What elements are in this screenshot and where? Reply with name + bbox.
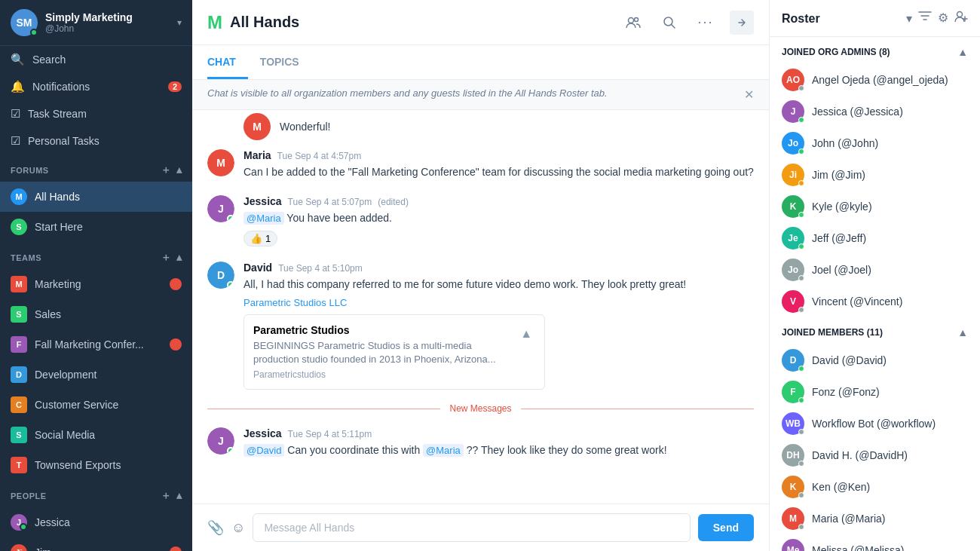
vincent-name: Vincent (@Vincent) xyxy=(812,295,902,308)
search-icon: 🔍 xyxy=(11,53,25,66)
david-msg-name[interactable]: David xyxy=(243,262,272,274)
jessica-new-msg-name[interactable]: Jessica xyxy=(243,427,282,439)
sidebar-item-fall-marketing[interactable]: F Fall Marketing Confer... xyxy=(0,329,192,360)
collapse-admins-button[interactable]: ▲ xyxy=(957,46,968,58)
sidebar-item-townsend[interactable]: T Townsend Exports xyxy=(0,450,192,480)
link-desc: BEGINNINGS Parametric Studios is a multi… xyxy=(253,339,517,366)
david-status-dot xyxy=(798,366,804,372)
tab-topics[interactable]: TOPICS xyxy=(260,45,311,79)
roster-settings-icon[interactable]: ⚙ xyxy=(938,11,948,26)
reaction-thumbsup[interactable]: 👍 1 xyxy=(243,231,277,246)
angel-name: Angel Ojeda (@angel_ojeda) xyxy=(812,74,948,86)
roster-dropdown[interactable]: Roster xyxy=(782,12,900,25)
sidebar-item-social-media[interactable]: S Social Media xyxy=(0,420,192,450)
members-section-title: JOINED MEMBERS (11) xyxy=(782,327,957,338)
people-section-header: PEOPLE ＋ ▴ xyxy=(0,480,192,507)
info-banner: Chat is visible to all organization memb… xyxy=(192,80,769,110)
jessica-david-mention[interactable]: @David xyxy=(243,444,284,457)
collapse-members-button[interactable]: ▲ xyxy=(957,326,968,338)
maria-roster-avatar: M xyxy=(782,507,804,530)
kyle-status-dot xyxy=(798,212,804,218)
customer-service-avatar: C xyxy=(11,396,27,413)
roster-member-davidh[interactable]: DH David H. (@DavidH) xyxy=(770,439,980,471)
david-roster-avatar: D xyxy=(782,349,804,372)
roster-dropdown-chevron[interactable]: ▾ xyxy=(906,11,912,26)
roster-member-joel[interactable]: Jo Joel (@Joel) xyxy=(770,254,980,286)
roster-member-workflow-bot[interactable]: WB Workflow Bot (@workflow) xyxy=(770,408,980,439)
townsend-avatar: T xyxy=(11,457,27,473)
tab-chat[interactable]: CHAT xyxy=(207,45,248,79)
vincent-avatar: V xyxy=(782,290,804,313)
sidebar-header[interactable]: SM Simply Marketing @John ▾ xyxy=(0,0,192,46)
roster-member-ken[interactable]: K Ken (@Ken) xyxy=(770,471,980,503)
notifications-item[interactable]: 🔔 Notifications 2 xyxy=(0,73,192,100)
jim-status-dot xyxy=(798,180,804,186)
sidebar-item-sales[interactable]: S Sales xyxy=(0,299,192,329)
collapse-preview-button[interactable]: ▲ xyxy=(517,324,535,344)
sidebar-item-jessica[interactable]: J Jessica xyxy=(0,507,192,537)
roster-filter-icon[interactable] xyxy=(918,11,932,26)
angel-status-dot xyxy=(798,85,804,91)
collapse-forums-icon[interactable]: ▴ xyxy=(176,164,182,177)
forums-section-label: FORUMS xyxy=(11,166,161,175)
more-options-icon[interactable]: ··· xyxy=(694,11,718,35)
roster-member-jim[interactable]: Ji Jim (@Jim) xyxy=(770,159,980,191)
kyle-name: Kyle (@kyle) xyxy=(812,201,872,213)
link-title: Parametric Studios xyxy=(253,324,517,336)
members-icon[interactable] xyxy=(621,11,645,35)
add-forum-button[interactable]: ＋ xyxy=(161,164,172,177)
maria-msg-content: Maria Tue Sep 4 at 4:57pm Can I be added… xyxy=(243,149,754,180)
fonz-status-dot xyxy=(798,397,804,403)
task-stream-label: Task Stream xyxy=(28,108,182,120)
collapse-people-icon[interactable]: ▴ xyxy=(176,489,182,503)
roster-member-jeff[interactable]: Je Jeff (@Jeff) xyxy=(770,222,980,254)
add-person-button[interactable]: ＋ xyxy=(161,489,172,503)
teams-section-header: TEAMS ＋ ▴ xyxy=(0,242,192,269)
roster-member-melissa[interactable]: Me Melissa (@Melissa) xyxy=(770,534,980,551)
john-name: John (@John) xyxy=(812,137,878,149)
roster-member-vincent[interactable]: V Vincent (@Vincent) xyxy=(770,286,980,317)
sidebar-item-customer-service[interactable]: C Customer Service xyxy=(0,390,192,420)
roster-member-maria[interactable]: M Maria (@Maria) xyxy=(770,503,980,534)
sales-label: Sales xyxy=(35,308,182,320)
roster-member-fonz[interactable]: F Fonz (@Fonz) xyxy=(770,376,980,408)
search-item[interactable]: 🔍 Search xyxy=(0,46,192,73)
john-status-dot xyxy=(798,148,804,155)
sidebar-item-start-here[interactable]: S Start Here xyxy=(0,212,192,242)
sidebar-item-jim[interactable]: Ji Jim xyxy=(0,537,192,551)
personal-tasks-item[interactable]: ☑ Personal Tasks xyxy=(0,127,192,155)
fall-marketing-label: Fall Marketing Confer... xyxy=(35,338,170,350)
roster-member-kyle[interactable]: K Kyle (@kyle) xyxy=(770,191,980,222)
message-input[interactable] xyxy=(253,513,690,542)
sidebar-item-marketing[interactable]: M Marketing xyxy=(0,269,192,299)
chat-area[interactable]: Chat is visible to all organization memb… xyxy=(192,80,769,504)
sidebar-item-development[interactable]: D Development xyxy=(0,360,192,390)
roster-member-john[interactable]: Jo John (@John) xyxy=(770,127,980,159)
link-url[interactable]: Parametric Studios LLC xyxy=(243,297,754,308)
add-member-icon[interactable] xyxy=(954,11,968,26)
roster-member-david[interactable]: D David (@David) xyxy=(770,344,980,376)
bell-icon: 🔔 xyxy=(11,80,25,93)
workspace-chevron-icon[interactable]: ▾ xyxy=(177,17,182,28)
jessica-online-dot xyxy=(20,523,27,531)
emoji-button[interactable]: ☺ xyxy=(231,520,245,536)
roster-member-angel[interactable]: AO Angel Ojeda (@angel_ojeda) xyxy=(770,64,980,96)
attach-button[interactable]: 📎 xyxy=(207,519,224,536)
jessica-mention[interactable]: @Maria xyxy=(243,212,284,225)
collapse-teams-icon[interactable]: ▴ xyxy=(176,251,182,265)
add-team-button[interactable]: ＋ xyxy=(161,251,172,265)
send-button[interactable]: Send xyxy=(698,514,754,541)
maria-name[interactable]: Maria xyxy=(243,149,271,161)
task-stream-item[interactable]: ☑ Task Stream xyxy=(0,100,192,127)
kyle-avatar: K xyxy=(782,195,804,218)
expand-panel-button[interactable] xyxy=(730,11,754,35)
development-avatar: D xyxy=(11,366,27,383)
close-banner-button[interactable]: ✕ xyxy=(744,87,754,102)
sidebar-item-all-hands[interactable]: M All Hands xyxy=(0,182,192,212)
roster-member-jessica[interactable]: J Jessica (@Jessica) xyxy=(770,96,980,127)
jessica-maria-mention[interactable]: @Maria xyxy=(423,444,464,457)
jessica-msg-name[interactable]: Jessica xyxy=(243,195,282,207)
search-icon[interactable] xyxy=(657,11,681,35)
jessica-online-indicator xyxy=(227,215,234,222)
workflow-bot-avatar: WB xyxy=(782,412,804,435)
